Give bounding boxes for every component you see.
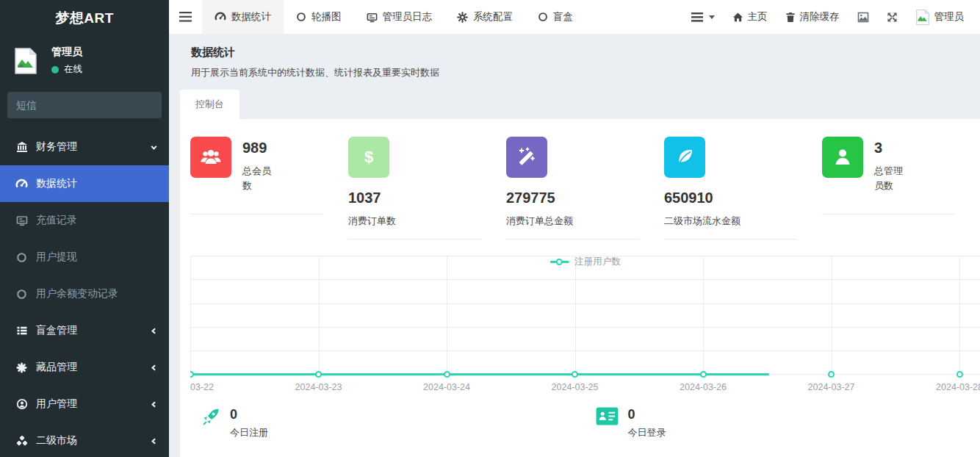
stat-cards-row: 989 总会员数 $ 1037 消费订单数	[190, 137, 980, 240]
tab-label: 管理员日志	[383, 10, 433, 24]
top-navbar: 数据统计 轮播图 管理员日志	[169, 0, 980, 35]
content-tabs: 控制台	[180, 90, 980, 119]
stat-label: 消费订单数	[348, 214, 481, 228]
legend-line-marker-icon	[550, 259, 569, 265]
sidebar-item-collection-mgmt[interactable]: 藏品管理	[0, 349, 169, 386]
admin-menu-button[interactable]: 管理员	[915, 9, 965, 26]
stat-card-total-admins: 3 总管理员数	[822, 137, 955, 215]
sidebar-item-secondary-market[interactable]: 二级市场	[0, 422, 169, 457]
chevron-left-icon	[150, 327, 158, 335]
tab-label: 系统配置	[473, 10, 513, 24]
fullscreen-button[interactable]	[887, 12, 898, 23]
chevron-down-icon	[150, 143, 158, 151]
stat-label: 二级市场流水金额	[664, 214, 797, 228]
sidebar-item-balance-changes[interactable]: 用户余额变动记录	[0, 276, 169, 312]
home-icon	[732, 12, 743, 23]
user-name: 管理员	[51, 46, 82, 59]
stat-label: 消费订单总金额	[506, 214, 639, 228]
chart-data-point[interactable]	[572, 371, 578, 378]
chart-x-label: 2024-03-23	[295, 382, 342, 392]
tab-label: 轮播图	[311, 10, 342, 24]
chart-gridline-v	[190, 256, 191, 374]
sidebar-toggle-button[interactable]	[169, 0, 202, 34]
rocket-icon	[201, 407, 220, 427]
fullscreen-arrows-icon	[887, 12, 898, 23]
chart-gridline-v	[575, 256, 576, 374]
dashboard-icon	[215, 11, 226, 23]
chevron-left-icon	[150, 400, 158, 409]
broken-image-button[interactable]	[857, 12, 869, 23]
trash-icon	[785, 12, 796, 23]
tab-admin-log[interactable]: 管理员日志	[354, 0, 445, 34]
id-card-icon	[596, 407, 619, 425]
chart-gridline-h	[190, 327, 980, 328]
sidebar-search	[7, 92, 162, 118]
list-dropdown-button[interactable]	[691, 12, 715, 22]
chart-data-point[interactable]	[444, 371, 450, 378]
sidebar-item-data-stats[interactable]: 数据统计	[0, 165, 169, 202]
legend-label: 注册用户数	[574, 256, 621, 268]
chart-data-point[interactable]	[828, 371, 835, 378]
chart-gridline-v	[319, 256, 320, 374]
home-button[interactable]: 主页	[732, 10, 768, 24]
gear-icon	[457, 12, 468, 23]
tab-console[interactable]: 控制台	[180, 90, 239, 119]
today-stats-row: 0 今日注册	[190, 407, 980, 439]
sidebar-item-user-withdraw[interactable]: 用户提现	[0, 239, 169, 276]
sidebar-item-user-mgmt[interactable]: 用户管理	[0, 386, 169, 422]
today-login-stat: 0 今日登录	[586, 407, 980, 439]
dollar-icon: $	[348, 137, 389, 178]
tab-blindbox[interactable]: 盲盒	[525, 0, 586, 34]
chart-gridline-v	[703, 256, 704, 374]
broken-image-icon	[857, 12, 869, 23]
clear-cache-button[interactable]: 清除缓存	[785, 10, 840, 24]
today-register-label: 今日注册	[230, 426, 268, 439]
tv-icon	[15, 215, 28, 226]
sidebar-item-label: 充值记录	[36, 214, 77, 227]
clear-cache-label: 清除缓存	[800, 10, 840, 24]
tab-carousel[interactable]: 轮播图	[284, 0, 354, 34]
chart-legend[interactable]: 注册用户数	[550, 256, 621, 268]
hamburger-icon	[179, 12, 192, 22]
chart-gridline-h	[190, 350, 980, 351]
chart-x-label: 2024-03-28	[936, 382, 980, 392]
list-icon	[15, 325, 28, 337]
sidebar-item-blindbox-mgmt[interactable]: 盲盒管理	[0, 312, 169, 349]
avatar	[9, 44, 43, 78]
cubes-icon	[15, 435, 28, 447]
stat-value: 279775	[506, 190, 639, 206]
chart-data-point[interactable]	[956, 371, 963, 378]
today-register-stat: 0 今日注册	[190, 407, 586, 439]
today-register-value: 0	[230, 407, 268, 422]
circle-icon	[296, 12, 306, 22]
dashboard-panel: 989 总会员数 $ 1037 消费订单数	[180, 119, 980, 457]
search-input[interactable]	[7, 99, 158, 111]
chart-data-point[interactable]	[190, 371, 194, 378]
stat-value: 650910	[664, 190, 797, 206]
chart-data-point[interactable]	[315, 371, 322, 378]
stat-card-market-flow: 650910 二级市场流水金额	[664, 137, 797, 240]
sidebar-item-label: 用户提现	[36, 251, 77, 264]
chart-gridline-v	[447, 256, 447, 374]
sidebar-item-recharge-records[interactable]: 充值记录	[0, 202, 169, 239]
app-logo[interactable]: 梦想ART	[0, 0, 169, 37]
circle-icon	[15, 289, 28, 300]
sidebar-item-label: 用户管理	[36, 397, 77, 411]
tab-data-stats[interactable]: 数据统计	[202, 0, 284, 34]
stat-card-total-members: 989 总会员数	[190, 137, 323, 215]
chart-gridline-v	[959, 256, 960, 374]
sidebar-item-label: 数据统计	[36, 177, 77, 190]
stat-card-consume-orders: $ 1037 消费订单数	[348, 137, 481, 240]
page-subtitle: 用于展示当前系统中的统计数据、统计报表及重要实时数据	[191, 66, 969, 79]
tab-system-config[interactable]: 系统配置	[444, 0, 525, 34]
chart-x-label: 2024-03-24	[423, 382, 470, 392]
stat-value: 3	[874, 140, 909, 156]
admin-label: 管理员	[934, 10, 965, 24]
search-button[interactable]	[158, 100, 162, 111]
chart-x-label: 2024-03-26	[680, 382, 727, 392]
registered-users-chart: 注册用户数 2024-03-222024-03-232024-03-242024…	[190, 253, 980, 400]
chart-gridline-h	[190, 279, 980, 280]
chart-data-point[interactable]	[700, 371, 707, 378]
sidebar-item-finance[interactable]: 财务管理	[0, 129, 169, 165]
navbar-tabs: 数据统计 轮播图 管理员日志	[202, 0, 586, 34]
